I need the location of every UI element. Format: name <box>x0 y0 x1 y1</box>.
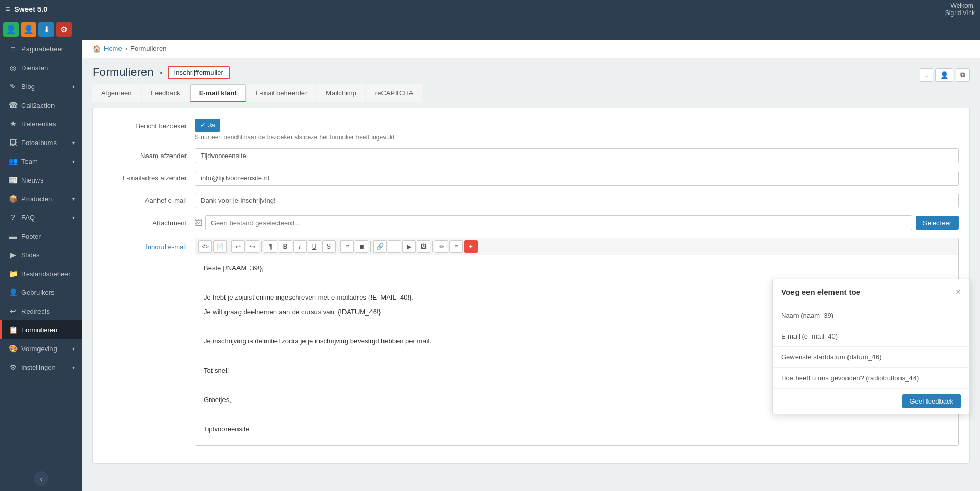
tb-image-btn[interactable]: 🖼 <box>417 240 430 253</box>
sidebar-item-team[interactable]: 👥 Team ▾ <box>0 152 82 171</box>
sidebar-item-redirects[interactable]: ↩ Redirects <box>0 302 82 320</box>
tab-email-klant[interactable]: E-mail klant <box>190 84 246 102</box>
sidebar-collapse-button[interactable]: ‹ <box>34 471 48 486</box>
email-afzender-control <box>195 171 959 186</box>
tb-link-btn[interactable]: 🔗 <box>373 240 387 253</box>
email-afzender-input[interactable] <box>195 171 959 186</box>
tb-underline-btn[interactable]: U <box>308 240 321 253</box>
tb-paragraph-btn[interactable]: ¶ <box>264 240 277 253</box>
sidebar-label-producten: Producten <box>21 195 52 203</box>
sidebar-item-diensten[interactable]: ◎ Diensten <box>0 58 82 77</box>
bericht-bezoeker-toggle[interactable]: ✓ Ja <box>195 119 220 132</box>
tb-list-ol-btn[interactable]: ≡ <box>340 240 354 253</box>
layout: ≡ Paginabeheer ◎ Diensten ✎ Blog ▾ ☎ Cal… <box>0 40 980 491</box>
breadcrumb-home[interactable]: Home <box>104 45 122 53</box>
tb-redo-btn[interactable]: ↪ <box>246 240 259 253</box>
feedback-button[interactable]: Geef feedback <box>902 394 961 408</box>
tb-hr-btn[interactable]: — <box>388 240 401 253</box>
sidebar: ≡ Paginabeheer ◎ Diensten ✎ Blog ▾ ☎ Cal… <box>0 40 82 491</box>
page-sep: » <box>158 69 162 76</box>
sidebar-item-paginabeheer[interactable]: ≡ Paginabeheer <box>0 40 82 58</box>
aanhef-input[interactable] <box>195 193 959 208</box>
tb-bold-btn[interactable]: B <box>279 240 292 253</box>
list-view-button[interactable]: ≡ <box>920 68 933 82</box>
inhoud-label: Inhoud e-mail <box>103 238 187 251</box>
tb-sep2 <box>261 241 262 252</box>
tb-strike-btn[interactable]: S <box>322 240 336 253</box>
toggle-check: ✓ <box>200 121 206 129</box>
popup-item-radiobuttons[interactable]: Hoe heeft u ons gevonden? (radiobuttons_… <box>773 368 969 389</box>
aanhef-control <box>195 193 959 208</box>
tb-element-btn[interactable]: ✦ <box>464 240 478 253</box>
breadcrumb-sep: › <box>125 45 127 53</box>
attachment-input[interactable] <box>205 215 912 230</box>
page-header: Formulieren » Inschrijfformulier <box>82 58 980 84</box>
vormgeving-arrow: ▾ <box>72 346 75 352</box>
sidebar-item-blog[interactable]: ✎ Blog ▾ <box>0 77 82 96</box>
sidebar-label-vormgeving: Vormgeving <box>21 345 57 353</box>
popup-item-email[interactable]: E-mail (e_mail_40) <box>773 326 969 347</box>
copy-view-button[interactable]: ⧉ <box>956 68 970 82</box>
menu-icon: ≡ <box>5 5 10 14</box>
tb-pen-btn[interactable]: ✏ <box>435 240 448 253</box>
sidebar-item-formulieren[interactable]: 📋 Formulieren <box>0 320 82 339</box>
sidebar-item-call2action[interactable]: ☎ Call2action <box>0 96 82 114</box>
tb-align-btn[interactable]: ≡ <box>449 240 463 253</box>
sidebar-label-redirects: Redirects <box>21 307 50 315</box>
nav-icon-green[interactable]: 👤 <box>3 22 19 37</box>
sidebar-item-fotoalbums[interactable]: 🖼 Fotoalbums ▾ <box>0 133 82 152</box>
tb-video-btn[interactable]: ▶ <box>402 240 416 253</box>
breadcrumb: 🏠 Home › Formulieren <box>82 40 980 58</box>
user-name: Sigrid Vink <box>945 9 975 17</box>
tb-list-ul-btn[interactable]: ≣ <box>355 240 368 253</box>
popup-item-datum[interactable]: Gewenste startdatum (datum_46) <box>773 347 969 368</box>
blog-icon: ✎ <box>9 82 17 91</box>
nav-icon-orange[interactable]: 👤 <box>21 22 36 37</box>
popup-footer: Geef feedback <box>773 389 969 414</box>
sidebar-label-fotoalbums: Fotoalbums <box>21 139 57 147</box>
sidebar-item-faq[interactable]: ? FAQ ▾ <box>0 208 82 227</box>
tb-undo-btn[interactable]: ↩ <box>231 240 245 253</box>
nav-icon-red[interactable]: ⚙ <box>56 22 72 37</box>
sidebar-item-referenties[interactable]: ★ Referenties <box>0 114 82 133</box>
tb-italic-btn[interactable]: I <box>293 240 307 253</box>
bericht-bezoeker-label: Bericht bezoeker <box>103 119 187 130</box>
naam-afzender-input[interactable] <box>195 148 959 163</box>
right-tools: ≡ 👤 ⧉ <box>920 68 970 82</box>
icon-bar: 👤 👤 ⬇ ⚙ <box>0 19 980 40</box>
instellingen-arrow: ▾ <box>72 365 75 370</box>
email-afzender-label: E-mailadres afzender <box>103 171 187 182</box>
popup-item-naam[interactable]: Naam (naam_39) <box>773 305 969 326</box>
sidebar-item-gebruikers[interactable]: 👤 Gebruikers <box>0 283 82 302</box>
sidebar-item-bestandsbeheer[interactable]: 📁 Bestandsbeheer <box>0 264 82 283</box>
sidebar-item-nieuws[interactable]: 📰 Nieuws <box>0 171 82 189</box>
tab-mailchimp[interactable]: Mailchimp <box>317 84 365 102</box>
sidebar-label-footer: Footer <box>21 232 41 240</box>
editor-line-12: Tijdvooreensite <box>204 423 950 435</box>
sidebar-item-instellingen[interactable]: ⚙ Instellingen ▾ <box>0 358 82 377</box>
popup-title: Voeg een element toe <box>781 288 860 296</box>
diensten-icon: ◎ <box>9 63 17 72</box>
team-arrow: ▾ <box>72 159 75 164</box>
tab-recaptcha[interactable]: reCAPTCHA <box>366 84 422 102</box>
editor-line-1: Beste {!NAAM_39!}, <box>204 263 950 274</box>
tb-code-btn[interactable]: <> <box>198 240 212 253</box>
select-button[interactable]: Selecteer <box>916 216 959 230</box>
sidebar-label-gebruikers: Gebruikers <box>21 289 55 296</box>
tb-source-btn[interactable]: 📄 <box>213 240 227 253</box>
sidebar-item-vormgeving[interactable]: 🎨 Vormgeving ▾ <box>0 339 82 358</box>
footer-icon: ▬ <box>9 232 17 240</box>
sidebar-item-producten[interactable]: 📦 Producten ▾ <box>0 189 82 208</box>
tab-algemeen[interactable]: Algemeen <box>92 84 141 102</box>
tab-feedback[interactable]: Feedback <box>142 84 189 102</box>
email-afzender-row: E-mailadres afzender <box>103 171 959 186</box>
sidebar-label-diensten: Diensten <box>21 64 48 72</box>
tab-email-beheerder[interactable]: E-mail beheerder <box>247 84 316 102</box>
user-view-button[interactable]: 👤 <box>935 68 953 82</box>
popup-close-button[interactable]: × <box>955 287 961 298</box>
sidebar-item-footer[interactable]: ▬ Footer <box>0 227 82 246</box>
sidebar-item-slides[interactable]: ▶ Slides <box>0 246 82 264</box>
sidebar-label-paginabeheer: Paginabeheer <box>21 45 63 53</box>
nav-icon-blue[interactable]: ⬇ <box>38 22 54 37</box>
sidebar-label-faq: FAQ <box>21 214 35 222</box>
